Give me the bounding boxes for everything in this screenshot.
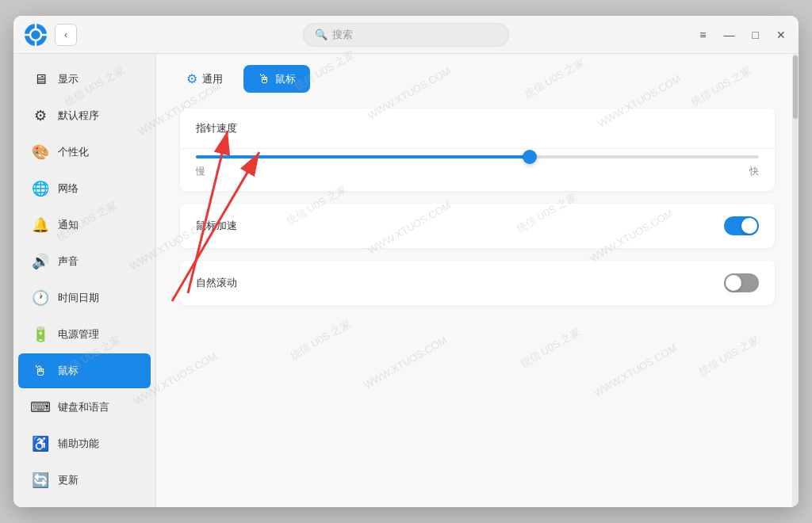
sidebar-item-mouse[interactable]: 🖱鼠标 (18, 353, 151, 388)
natural-scroll-row: 自然滚动 (180, 261, 775, 305)
access-icon: ♿ (31, 434, 50, 453)
app-logo (23, 22, 48, 48)
search-bar[interactable]: 🔍 搜索 (303, 23, 509, 47)
sidebar-item-power[interactable]: 🔋电源管理 (18, 317, 151, 352)
slider-container: 慢 快 (180, 149, 775, 191)
sidebar-label-power: 电源管理 (58, 327, 99, 342)
app-window: ‹ 🔍 搜索 ≡ — □ ✕ 🖥显示⚙默认程序🎨个性化🌐网络🔔通知🔊声音🕐时间日… (13, 16, 799, 507)
titlebar-right: ≡ — □ ✕ (696, 25, 789, 44)
mouse-accel-group: 鼠标加速 (180, 204, 775, 248)
mouse-accel-toggle[interactable] (724, 216, 759, 235)
sidebar-label-network: 网络 (58, 181, 79, 196)
mouse-icon: 🖱 (31, 361, 50, 380)
sidebar-label-mouse: 鼠标 (58, 364, 79, 378)
menu-icon[interactable]: ≡ (696, 25, 709, 44)
sidebar-label-notify: 通知 (58, 218, 79, 232)
titlebar: ‹ 🔍 搜索 ≡ — □ ✕ (13, 16, 799, 54)
power-icon: 🔋 (31, 325, 50, 344)
sidebar-item-access[interactable]: ♿辅助功能 (18, 426, 151, 461)
subnav-mouse-label: 鼠标 (275, 72, 296, 86)
update-icon: 🔄 (31, 471, 50, 490)
mouse-accel-row: 鼠标加速 (180, 204, 775, 248)
sidebar-label-sound: 声音 (58, 254, 79, 269)
mouse-accel-knob (741, 218, 757, 234)
pointer-speed-label: 指针速度 (196, 121, 237, 136)
keyboard-icon: ⌨ (31, 398, 50, 417)
pointer-speed-header: 指针速度 (180, 109, 775, 149)
search-icon: 🔍 (315, 29, 327, 40)
content-area: ⚙ 通用 🖱 鼠标 指针速度 (156, 54, 799, 507)
sidebar-item-keyboard[interactable]: ⌨键盘和语言 (18, 390, 151, 425)
minimize-button[interactable]: — (721, 25, 738, 44)
slider-max-label: 快 (749, 165, 759, 178)
natural-scroll-label: 自然滚动 (196, 276, 237, 290)
subnav-general-label: 通用 (202, 72, 223, 86)
sidebar-item-sound[interactable]: 🔊声音 (18, 244, 151, 279)
sound-icon: 🔊 (31, 252, 50, 271)
titlebar-left: ‹ (23, 22, 77, 48)
sidebar-item-notify[interactable]: 🔔通知 (18, 208, 151, 242)
slider-fill (196, 155, 534, 158)
sidebar-label-personal: 个性化 (58, 145, 89, 159)
sidebar-item-display[interactable]: 🖥显示 (18, 62, 151, 97)
natural-scroll-knob (726, 275, 741, 291)
sidebar-label-default-apps: 默认程序 (58, 109, 99, 123)
sidebar-item-personal[interactable]: 🎨个性化 (18, 135, 151, 170)
notify-icon: 🔔 (31, 216, 50, 235)
back-button[interactable]: ‹ (55, 24, 77, 46)
slider-min-label: 慢 (196, 165, 205, 178)
main-area: 🖥显示⚙默认程序🎨个性化🌐网络🔔通知🔊声音🕐时间日期🔋电源管理🖱鼠标⌨键盘和语言… (13, 54, 799, 507)
subnav: ⚙ 通用 🖱 鼠标 (156, 54, 799, 101)
titlebar-center: 🔍 搜索 (303, 23, 509, 47)
sidebar-item-default-apps[interactable]: ⚙默认程序 (18, 98, 151, 133)
sidebar-item-update[interactable]: 🔄更新 (18, 463, 151, 498)
sidebar: 🖥显示⚙默认程序🎨个性化🌐网络🔔通知🔊声音🕐时间日期🔋电源管理🖱鼠标⌨键盘和语言… (13, 54, 156, 507)
maximize-button[interactable]: □ (749, 25, 762, 44)
natural-scroll-group: 自然滚动 (180, 261, 775, 305)
settings-panel: 指针速度 慢 快 (156, 101, 799, 507)
default-icon: ⚙ (31, 106, 50, 125)
display-icon: 🖥 (31, 70, 50, 89)
mouse-accel-label: 鼠标加速 (196, 219, 237, 233)
pointer-speed-group: 指针速度 慢 快 (180, 109, 775, 191)
mouse-icon: 🖱 (258, 72, 270, 86)
back-icon: ‹ (64, 29, 67, 40)
gear-icon: ⚙ (186, 71, 197, 86)
search-placeholder: 搜索 (332, 28, 353, 42)
sidebar-label-access: 辅助功能 (58, 437, 99, 451)
sidebar-label-update: 更新 (58, 473, 79, 487)
slider-thumb[interactable] (523, 150, 537, 164)
sidebar-label-datetime: 时间日期 (58, 291, 99, 305)
sidebar-label-display: 显示 (58, 72, 79, 86)
slider-labels: 慢 快 (196, 165, 759, 178)
network-icon: 🌐 (31, 179, 50, 198)
natural-scroll-toggle[interactable] (724, 273, 759, 292)
scrollbar-thumb[interactable] (793, 55, 798, 119)
slider-track[interactable] (196, 155, 759, 158)
sidebar-label-keyboard: 键盘和语言 (58, 400, 109, 414)
time-icon: 🕐 (31, 288, 50, 307)
close-button[interactable]: ✕ (773, 25, 789, 44)
scrollbar[interactable] (792, 54, 799, 507)
subnav-item-mouse[interactable]: 🖱 鼠标 (243, 65, 310, 93)
personal-icon: 🎨 (31, 143, 50, 162)
subnav-item-general[interactable]: ⚙ 通用 (172, 65, 237, 93)
sidebar-item-datetime[interactable]: 🕐时间日期 (18, 281, 151, 315)
sidebar-item-network[interactable]: 🌐网络 (18, 171, 151, 206)
